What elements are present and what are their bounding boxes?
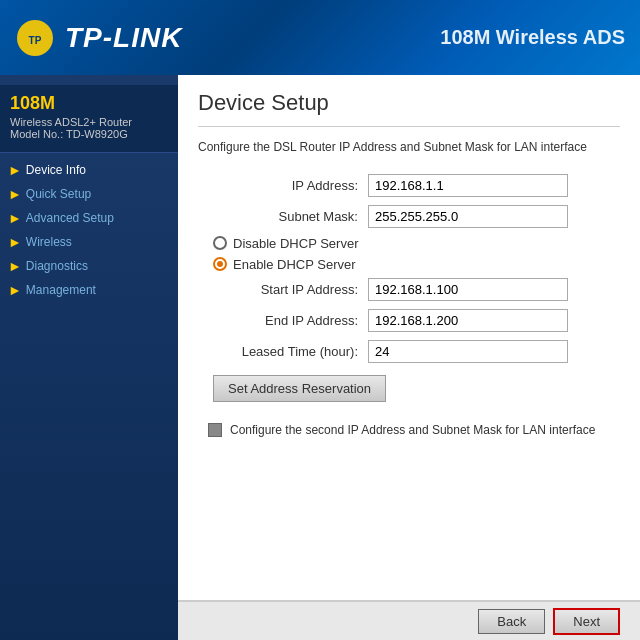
disable-dhcp-label: Disable DHCP Server [233, 236, 358, 251]
end-ip-row: End IP Address: [198, 309, 620, 332]
header-product: 108M Wireless ADS [440, 26, 625, 49]
subnet-mask-row: Subnet Mask: [198, 205, 620, 228]
ip-address-input[interactable] [368, 174, 568, 197]
bullet-icon: ► [8, 187, 22, 201]
bullet-icon: ► [8, 259, 22, 273]
sidebar-item-label: Advanced Setup [26, 211, 114, 225]
set-address-reservation-button[interactable]: Set Address Reservation [213, 375, 386, 402]
leased-time-row: Leased Time (hour): [198, 340, 620, 363]
sidebar-model: 108M Wireless ADSL2+ Router Model No.: T… [0, 85, 178, 153]
end-ip-label: End IP Address: [198, 313, 368, 328]
svg-text:TP: TP [29, 35, 42, 46]
sidebar-item-label: Diagnostics [26, 259, 88, 273]
sidebar-item-quick-setup[interactable]: ► Quick Setup [0, 182, 178, 206]
sidebar-item-advanced-setup[interactable]: ► Advanced Setup [0, 206, 178, 230]
model-line2: Wireless ADSL2+ Router [10, 116, 168, 128]
sidebar-item-management[interactable]: ► Management [0, 278, 178, 302]
second-ip-label: Configure the second IP Address and Subn… [230, 422, 595, 439]
main-content: Device Setup Configure the DSL Router IP… [178, 75, 640, 640]
bullet-icon: ► [8, 235, 22, 249]
back-button[interactable]: Back [478, 609, 545, 634]
start-ip-input[interactable] [368, 278, 568, 301]
start-ip-row: Start IP Address: [198, 278, 620, 301]
page-title: Device Setup [198, 90, 620, 116]
ip-address-label: IP Address: [198, 178, 368, 193]
model-line3: Model No.: TD-W8920G [10, 128, 168, 140]
disable-dhcp-row[interactable]: Disable DHCP Server [198, 236, 620, 251]
header: TP TP-LINK 108M Wireless ADS [0, 0, 640, 75]
start-ip-label: Start IP Address: [198, 282, 368, 297]
enable-dhcp-radio[interactable] [213, 257, 227, 271]
divider [198, 126, 620, 127]
sidebar-item-label: Management [26, 283, 96, 297]
second-ip-row: Configure the second IP Address and Subn… [198, 422, 620, 439]
model-line1: 108M [10, 93, 168, 114]
layout: 108M Wireless ADSL2+ Router Model No.: T… [0, 75, 640, 640]
leased-time-label: Leased Time (hour): [198, 344, 368, 359]
sidebar-item-wireless[interactable]: ► Wireless [0, 230, 178, 254]
enable-dhcp-label: Enable DHCP Server [233, 257, 356, 272]
reservation-row: Set Address Reservation [198, 371, 620, 402]
sidebar-item-label: Quick Setup [26, 187, 91, 201]
subnet-mask-input[interactable] [368, 205, 568, 228]
second-ip-checkbox[interactable] [208, 423, 222, 437]
footer: Back Next [178, 600, 640, 640]
sidebar-item-label: Wireless [26, 235, 72, 249]
bullet-icon: ► [8, 163, 22, 177]
sidebar-item-label: Device Info [26, 163, 86, 177]
logo-area: TP TP-LINK [15, 18, 182, 58]
subnet-mask-label: Subnet Mask: [198, 209, 368, 224]
disable-dhcp-radio[interactable] [213, 236, 227, 250]
bullet-icon: ► [8, 211, 22, 225]
ip-address-row: IP Address: [198, 174, 620, 197]
tp-link-logo-icon: TP [15, 18, 55, 58]
sidebar-item-diagnostics[interactable]: ► Diagnostics [0, 254, 178, 278]
sidebar-item-device-info[interactable]: ► Device Info [0, 158, 178, 182]
end-ip-input[interactable] [368, 309, 568, 332]
enable-dhcp-row[interactable]: Enable DHCP Server [198, 257, 620, 272]
next-button[interactable]: Next [553, 608, 620, 635]
leased-time-input[interactable] [368, 340, 568, 363]
bullet-icon: ► [8, 283, 22, 297]
main-inner: Device Setup Configure the DSL Router IP… [178, 75, 640, 640]
description: Configure the DSL Router IP Address and … [198, 139, 620, 156]
sidebar: 108M Wireless ADSL2+ Router Model No.: T… [0, 75, 178, 640]
logo-text: TP-LINK [65, 22, 182, 54]
